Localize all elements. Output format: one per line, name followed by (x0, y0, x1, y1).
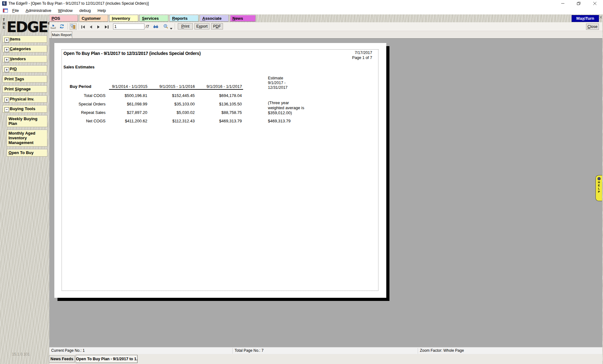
table-cell: $500,196.81 (103, 93, 147, 98)
sidebar-item-monthly-aged-inventory[interactable]: Monthly Aged Inventory Management (7, 130, 47, 147)
menu-administrative[interactable]: Administrative (23, 7, 54, 14)
open-to-buy-plan-tab[interactable]: Open To Buy Plan - 9/1/2017 to 1... (76, 355, 138, 363)
sidebar-item-physical-inv[interactable]: +Physical Inv. (3, 95, 47, 103)
weighted-average-note: (Three year weighted average is $359,012… (268, 100, 334, 115)
estimate-value: $469,313.79 (268, 119, 291, 123)
sidebar-item-items[interactable]: +Items (3, 35, 47, 43)
close-report-button[interactable]: Close (586, 24, 599, 30)
print-button[interactable]: Print (178, 23, 193, 29)
row-label: Repeat Sales (62, 110, 106, 115)
refresh-button[interactable] (59, 24, 65, 30)
row-label: Special Orders (62, 102, 106, 106)
plus-box-icon[interactable]: + (4, 98, 9, 102)
previous-page-button[interactable] (89, 24, 93, 30)
first-page-button[interactable] (81, 24, 85, 30)
column-header: 9/1/2014 - 1/1/2015 (105, 84, 155, 89)
title-bar: E The Edge® - [Open To Buy Plan - 9/1/20… (0, 0, 603, 7)
toolbar-separator (175, 23, 175, 29)
group-tree-toggle-button[interactable] (70, 23, 77, 30)
table-cell: $112,312.43 (151, 119, 195, 123)
total-page-status: Total Page No.: 7 (235, 348, 263, 353)
tab-pos[interactable]: POS (49, 15, 78, 22)
sidebar-item-categories[interactable]: +Categories (3, 45, 47, 52)
close-window-button[interactable] (590, 0, 600, 7)
minimize-icon (561, 2, 564, 5)
status-divider (232, 348, 233, 354)
last-page-button[interactable] (105, 24, 109, 30)
export-report-button[interactable] (50, 24, 56, 30)
help-tab[interactable]: HELP (595, 175, 602, 201)
sidebar-item-buying-tools[interactable]: −Buying Tools (3, 105, 47, 113)
zoom-dropdown-caret (170, 28, 173, 30)
sidebar-item-open-to-buy[interactable]: Open To Buy (7, 149, 47, 157)
page-total-label: /7 (146, 24, 149, 29)
table-cell: $152,445.45 (151, 93, 195, 98)
toolbar-separator (79, 23, 79, 29)
sidebar-item-weekly-buying-plan[interactable]: Weekly Buying Plan (7, 115, 47, 127)
column-header: 9/1/2016 - 1/1/2017 (199, 84, 249, 89)
next-page-button[interactable] (97, 24, 100, 30)
sidebar-item-print-tags[interactable]: Print Tags (3, 75, 47, 83)
estimate-column-header: Estimate 9/1/2017 - 12/31/2017 (268, 76, 331, 90)
row-label: Total COGS (62, 93, 106, 98)
version-label: 15.1.0.101 (12, 352, 30, 356)
main-report-tab[interactable]: Main Report (51, 31, 72, 38)
nav-first-icon (81, 25, 85, 29)
page-number-input[interactable] (113, 24, 144, 29)
menu-debug[interactable]: debug (77, 7, 94, 14)
globe-icon (597, 177, 601, 180)
tab-inventory[interactable]: Inventory (109, 15, 138, 22)
plus-box-icon[interactable]: + (4, 67, 9, 72)
menu-window[interactable]: Window (55, 7, 75, 14)
plus-box-icon[interactable]: + (4, 38, 9, 42)
table-cell: $61,098.99 (103, 102, 147, 106)
tab-reports[interactable]: Reports (170, 15, 198, 22)
plus-box-icon[interactable]: + (4, 47, 9, 52)
section-title: Sales Estimates (63, 65, 95, 69)
minus-box-icon[interactable]: − (4, 107, 9, 112)
menu-bar: File Administrative Window debug Help (0, 7, 603, 14)
restore-button[interactable] (573, 0, 584, 7)
mdi-close-icon (600, 16, 602, 19)
table-cell: $27,897.20 (103, 110, 147, 115)
zoom-button[interactable] (163, 24, 168, 30)
report-date: 7/17/2017 (334, 51, 372, 55)
status-bar: Current Page No.: 1 Total Page No.: 7 Zo… (49, 347, 602, 354)
nav-last-icon (105, 25, 109, 29)
refresh-icon (59, 24, 65, 29)
application-window: E The Edge® - [Open To Buy Plan - 9/1/20… (0, 0, 603, 364)
tab-news[interactable]: News (230, 15, 256, 22)
news-feeds-tab[interactable]: News Feeds (49, 356, 75, 363)
tab-services[interactable]: Services (139, 15, 168, 22)
sidebar-item-po[interactable]: +P/O (3, 65, 47, 72)
find-button[interactable] (153, 24, 159, 30)
buy-period-header: Buy Period (70, 84, 91, 89)
sidebar-item-print-signage[interactable]: Print Signage (3, 85, 47, 93)
minimize-button[interactable] (558, 0, 568, 7)
export-report-icon (50, 24, 56, 29)
table-cell: $35,103.00 (151, 102, 195, 106)
tab-customer[interactable]: Customer (79, 15, 108, 22)
row-label: Net COGS (62, 119, 106, 123)
zoom-dropdown-button[interactable] (170, 25, 173, 31)
maxiturn-button[interactable]: MaxiTurn (572, 15, 599, 22)
pdf-button[interactable]: PDF (211, 23, 223, 29)
report-title: Open To Buy Plan - 9/1/2017 to 12/31/201… (63, 51, 201, 56)
nav-prev-icon (89, 25, 93, 29)
form-icon (3, 8, 8, 13)
logo-the: THE (3, 18, 6, 29)
sidebar-item-vendors[interactable]: +Vendors (3, 55, 47, 62)
plus-box-icon[interactable]: + (4, 57, 9, 62)
table-cell: $469,313.79 (198, 119, 242, 123)
menu-help[interactable]: Help (95, 7, 109, 14)
table-cell: $136,105.50 (198, 102, 242, 106)
menu-file[interactable]: File (9, 7, 22, 14)
current-page-status: Current Page No.: 1 (51, 348, 85, 353)
export-button[interactable]: Export (194, 23, 209, 29)
table-cell: $88,758.75 (198, 110, 242, 115)
close-icon (593, 2, 596, 5)
table-cell: $694,178.04 (198, 93, 242, 98)
edge-logo: THE EDGE® (3, 15, 48, 34)
zoom-icon (163, 24, 168, 29)
tab-associate[interactable]: Associate (200, 15, 229, 22)
